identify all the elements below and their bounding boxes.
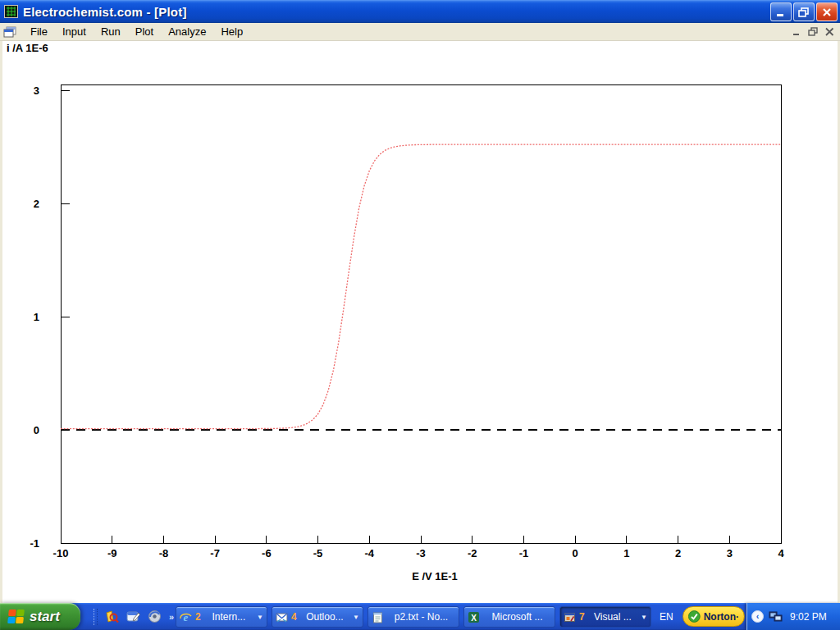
- x-tick-label: -9: [107, 547, 117, 559]
- menu-item-run[interactable]: Run: [94, 24, 128, 39]
- menu-bar: File Input Run Plot Analyze Help: [0, 23, 840, 41]
- taskbar-task-visual-basic[interactable]: 7Visual ...▼: [559, 606, 651, 628]
- task-button-group: e2Intern...▼4Outloo...▼p2.txt - No...XMi…: [176, 606, 651, 628]
- x-tick-label: -6: [262, 547, 272, 559]
- norton-check-icon: [688, 609, 701, 623]
- taskbar-clock[interactable]: 9:02 PM: [790, 611, 827, 623]
- norton-label: Norton·: [704, 611, 739, 623]
- title-bar: Electrochemist.com - [Plot]: [0, 0, 840, 23]
- y-tick-label: 0: [34, 424, 39, 436]
- close-icon: [821, 7, 833, 17]
- task-label: p2.txt - No...: [387, 611, 455, 623]
- svg-text:e: e: [184, 611, 189, 623]
- internet-explorer-icon: e: [180, 611, 192, 623]
- taskbar-task-notepad[interactable]: p2.txt - No...: [368, 606, 459, 628]
- task-window-count: 7: [579, 611, 585, 623]
- y-tick-label: 3: [34, 84, 39, 97]
- plot-canvas: -10-9-8-7-6-5-4-3-2-101234-10123E /V 1E-…: [0, 41, 840, 603]
- visual-basic-icon: [564, 611, 576, 623]
- task-window-count: 2: [195, 611, 201, 623]
- plot-grid-icon: [4, 5, 18, 18]
- close-button[interactable]: [816, 2, 838, 21]
- task-label: Outloo...: [300, 611, 349, 623]
- x-tick-label: -8: [159, 547, 169, 559]
- quick-launch-area: »: [87, 603, 173, 630]
- x-tick-label: -2: [468, 547, 477, 559]
- menu-item-analyze[interactable]: Analyze: [161, 24, 213, 39]
- restore-button[interactable]: [793, 2, 815, 21]
- task-label: Microsoft ...: [483, 611, 551, 623]
- series-steady-state-voltammogram: [61, 144, 781, 428]
- task-window-count: 4: [291, 611, 297, 623]
- child-restore-button[interactable]: [806, 25, 820, 38]
- system-tray: ‹ 9:02 PM: [746, 603, 840, 630]
- menu-item-help[interactable]: Help: [213, 24, 250, 39]
- x-axis-title: E /V 1E-1: [412, 570, 458, 582]
- windows-flag-icon: [7, 609, 25, 625]
- taskbar-task-excel[interactable]: XMicrosoft ...: [463, 606, 555, 628]
- x-tick-label: -5: [313, 547, 323, 559]
- x-tick-label: -1: [519, 547, 529, 559]
- start-button[interactable]: start: [0, 603, 80, 630]
- norton-tray-pill[interactable]: Norton·: [682, 606, 745, 627]
- start-label: start: [30, 609, 60, 625]
- minimize-icon: [775, 7, 787, 17]
- menu-item-plot[interactable]: Plot: [128, 24, 161, 39]
- quick-launch-overflow-chevron[interactable]: »: [169, 612, 173, 622]
- x-tick-label: 0: [573, 547, 578, 559]
- window-title: Electrochemist.com - [Plot]: [23, 5, 187, 19]
- tray-collapse-chevron[interactable]: ‹: [751, 610, 764, 623]
- svg-text:X: X: [471, 613, 477, 622]
- x-tick-label: 1: [623, 547, 629, 559]
- taskbar-task-outlook-express[interactable]: 4Outloo...▼: [272, 606, 363, 628]
- media-player-icon[interactable]: [148, 609, 162, 623]
- excel-icon: X: [468, 611, 480, 623]
- x-tick-label: -3: [416, 547, 426, 559]
- taskbar: start » e2Intern...▼4Outloo...▼p2.txt - …: [0, 603, 840, 630]
- minimize-icon: [792, 27, 802, 36]
- network-status-icon[interactable]: [769, 610, 783, 623]
- compose-message-icon[interactable]: [126, 609, 140, 623]
- child-window-icon: [3, 26, 16, 38]
- task-group-chevron-icon: ▼: [353, 614, 359, 621]
- outlook-express-icon: [276, 611, 288, 623]
- task-group-chevron-icon: ▼: [641, 614, 647, 621]
- y-tick-label: 1: [34, 311, 39, 323]
- child-minimize-button[interactable]: [790, 25, 804, 38]
- plot-frame: [61, 84, 781, 543]
- restore-icon: [808, 27, 819, 36]
- menu-item-input[interactable]: Input: [55, 24, 94, 39]
- task-label: Intern...: [204, 611, 253, 623]
- x-tick-label: 3: [727, 547, 733, 559]
- taskbar-task-internet-explorer[interactable]: e2Intern...▼: [176, 606, 267, 628]
- y-tick-label: -1: [30, 537, 39, 550]
- language-indicator[interactable]: EN: [656, 603, 677, 630]
- y-tick-label: 2: [34, 198, 39, 210]
- close-icon: [824, 27, 835, 36]
- menu-item-file[interactable]: File: [23, 24, 55, 39]
- x-tick-label: 2: [675, 547, 681, 559]
- x-tick-label: -7: [210, 547, 220, 559]
- magnifier-app-icon[interactable]: [105, 609, 119, 623]
- task-group-chevron-icon: ▼: [257, 614, 263, 621]
- x-tick-label: -10: [53, 547, 69, 559]
- x-tick-label: -4: [365, 547, 375, 559]
- notepad-icon: [372, 611, 384, 623]
- task-label: Visual ...: [588, 611, 637, 623]
- x-tick-label: 4: [778, 547, 784, 559]
- quick-launch-handle[interactable]: [94, 609, 98, 625]
- child-close-button[interactable]: [823, 25, 837, 38]
- restore-icon: [798, 7, 810, 17]
- minimize-button[interactable]: [770, 2, 792, 21]
